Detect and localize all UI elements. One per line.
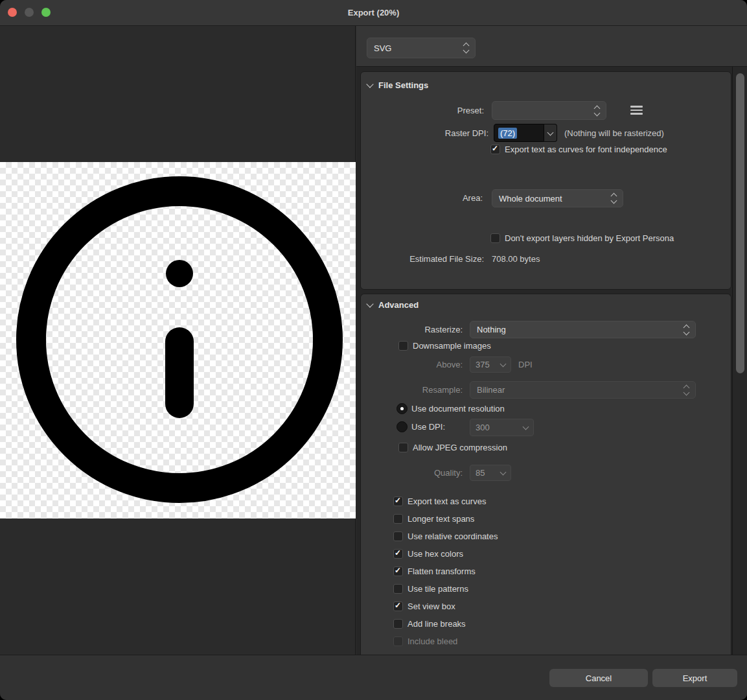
export-dialog: Export (20%) SVG File Settings Preset: [0, 0, 747, 700]
dont-export-hidden-label: Don't export layers hidden by Export Per… [505, 233, 674, 243]
use-dpi-radio[interactable] [396, 421, 408, 432]
chevron-down-icon [366, 80, 373, 88]
section-title: Advanced [378, 300, 419, 310]
option-label: Use tile patterns [408, 584, 468, 594]
option-row: Use hex colors [361, 549, 731, 559]
cancel-button[interactable]: Cancel [549, 669, 648, 687]
option-row: Longer text spans [361, 514, 731, 524]
option-row: Add line breaks [361, 619, 731, 629]
option-row: Set view box [361, 601, 731, 611]
chevron-down-icon [523, 424, 529, 430]
use-document-resolution-radio[interactable] [396, 403, 408, 414]
window-title: Export (20%) [0, 0, 747, 26]
updown-chevrons-icon [612, 194, 616, 203]
allow-jpeg-label: Allow JPEG compression [413, 443, 507, 452]
svg-options-list: Export text as curvesLonger text spansUs… [361, 496, 731, 654]
export-button[interactable]: Export [652, 669, 737, 687]
section-title: File Settings [378, 80, 428, 90]
option-label: Longer text spans [408, 514, 474, 524]
raster-dpi-note: (Nothing will be rasterized) [564, 128, 664, 138]
footer-bar: Cancel Export [0, 655, 747, 700]
option-checkbox[interactable] [393, 496, 403, 506]
option-checkbox[interactable] [393, 619, 403, 629]
chevron-down-icon [500, 469, 507, 476]
option-row: Export text as curves [361, 496, 731, 506]
format-select[interactable]: SVG [367, 38, 476, 58]
option-label: Use relative coordinates [408, 531, 498, 541]
title-bar: Export (20%) [0, 0, 747, 26]
use-document-resolution-label: Use document resolution [411, 404, 505, 414]
option-label: Flatten transforms [408, 566, 476, 576]
option-row: Flatten transforms [361, 566, 731, 576]
updown-chevrons-icon [464, 43, 468, 52]
option-label: Add line breaks [408, 619, 466, 629]
preset-label: Preset: [457, 106, 484, 115]
scrollbar-thumb[interactable] [736, 73, 744, 373]
info-icon-preview [0, 162, 356, 519]
raster-dpi-label: Raster DPI: [445, 128, 488, 138]
preview-pane [0, 26, 356, 655]
option-checkbox [393, 636, 403, 646]
export-text-curves-checkbox[interactable] [490, 145, 500, 154]
option-checkbox[interactable] [393, 566, 403, 576]
quality-label: Quality: [434, 468, 463, 478]
updown-chevrons-icon [684, 325, 689, 334]
option-row: Use relative coordinates [361, 531, 731, 541]
use-dpi-field: 300 [470, 419, 534, 436]
chevron-down-icon [547, 129, 554, 135]
area-label: Area: [463, 193, 483, 203]
option-checkbox[interactable] [393, 549, 403, 559]
settings-column: SVG File Settings Preset: Raster DPI: (7… [356, 26, 747, 655]
option-checkbox[interactable] [393, 514, 403, 524]
above-label: Above: [437, 360, 463, 369]
option-checkbox[interactable] [393, 584, 403, 594]
raster-dpi-dropdown-arrow[interactable] [544, 124, 557, 142]
transparency-checkerboard [0, 162, 356, 519]
format-strip: SVG [356, 26, 747, 67]
above-dpi-field: 375 [470, 356, 511, 373]
option-label: Set view box [408, 601, 455, 611]
file-settings-header[interactable]: File Settings [367, 80, 428, 90]
dont-export-hidden-checkbox[interactable] [490, 233, 500, 243]
option-label: Include bleed [408, 636, 457, 646]
estimated-size-label: Estimated File Size: [409, 254, 484, 264]
use-dpi-label: Use DPI: [411, 422, 445, 432]
area-select[interactable]: Whole document [492, 189, 623, 207]
estimated-size-value: 708.00 bytes [492, 254, 540, 264]
advanced-panel: Advanced Rasterize: Nothing Downsample i… [360, 294, 731, 657]
file-settings-panel: File Settings Preset: Raster DPI: (72) (… [360, 71, 731, 290]
scrollbar-track[interactable] [732, 67, 747, 655]
rasterize-select[interactable]: Nothing [470, 321, 696, 338]
advanced-header[interactable]: Advanced [367, 300, 419, 310]
updown-chevrons-icon [684, 386, 689, 395]
preset-menu-icon[interactable] [630, 106, 643, 115]
export-text-curves-label: Export text as curves for font independe… [505, 145, 667, 154]
option-row: Use tile patterns [361, 584, 731, 594]
resample-select: Bilinear [470, 381, 696, 399]
option-checkbox[interactable] [393, 601, 403, 611]
chevron-down-icon [366, 300, 373, 307]
option-label: Export text as curves [408, 496, 486, 506]
updown-chevrons-icon [595, 106, 599, 115]
raster-dpi-input[interactable]: (72) [494, 124, 544, 142]
above-dpi-suffix: DPI [518, 360, 533, 369]
allow-jpeg-checkbox[interactable] [398, 443, 408, 452]
resample-label: Resample: [422, 385, 463, 395]
rasterize-label: Rasterize: [424, 325, 463, 334]
option-row: Include bleed [361, 636, 731, 646]
downsample-checkbox[interactable] [398, 341, 408, 351]
option-label: Use hex colors [408, 549, 463, 559]
downsample-label: Downsample images [413, 341, 491, 351]
selected-text: (72) [498, 128, 517, 139]
option-checkbox[interactable] [393, 531, 403, 541]
preset-select[interactable] [492, 101, 606, 120]
quality-field: 85 [470, 465, 511, 481]
chevron-down-icon [500, 361, 507, 368]
